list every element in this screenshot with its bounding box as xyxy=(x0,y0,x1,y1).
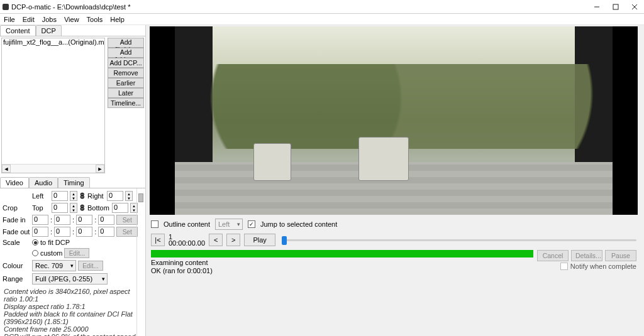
crop-left-spinner[interactable]: ▲▼ xyxy=(70,191,77,201)
tab-audio[interactable]: Audio xyxy=(29,177,58,188)
fade-out-s[interactable]: 0 xyxy=(76,227,92,237)
link-icon[interactable]: 𝟠 xyxy=(79,203,86,212)
scale-edit-button[interactable]: Edit... xyxy=(64,248,89,258)
notify-checkbox[interactable] xyxy=(560,263,568,270)
fade-out-f[interactable]: 0 xyxy=(98,227,114,237)
crop-bottom-input[interactable]: 0 xyxy=(112,203,128,213)
maximize-button[interactable] xyxy=(606,0,625,14)
crop-top-label: Top xyxy=(32,204,50,212)
window-controls xyxy=(587,0,644,14)
timeline-slider[interactable] xyxy=(282,234,636,246)
menu-file[interactable]: File xyxy=(4,16,15,23)
menu-view[interactable]: View xyxy=(64,16,79,23)
earlier-button[interactable]: Earlier xyxy=(108,78,144,88)
close-button[interactable] xyxy=(625,0,644,14)
progress-line2: OK (ran for 0:00:01) xyxy=(151,267,533,275)
props-vscroll[interactable] xyxy=(136,188,145,336)
fade-in-set[interactable]: Set xyxy=(116,215,138,225)
window-title: DCP-o-matic - E:\Downloads\dcp\test * xyxy=(11,3,131,11)
left-panel: Content DCP fujifilm_xt2_flog__a...(Orig… xyxy=(0,25,146,336)
jump-checkbox[interactable]: ✓ xyxy=(248,220,255,228)
fade-in-h[interactable]: 0 xyxy=(32,215,48,225)
tab-timing[interactable]: Timing xyxy=(58,177,90,188)
prev-frame-button[interactable]: < xyxy=(209,234,223,246)
outline-checkbox[interactable] xyxy=(151,220,158,228)
fade-in-m[interactable]: 0 xyxy=(54,215,70,225)
tab-video[interactable]: Video xyxy=(0,177,29,188)
pause-button[interactable]: Pause xyxy=(605,250,636,261)
menu-tools[interactable]: Tools xyxy=(87,16,103,23)
crop-right-input[interactable]: 0 xyxy=(107,191,123,201)
add-dcp-button[interactable]: Add DCP... xyxy=(108,58,144,68)
content-buttons: Add file(s)... Add folder... Add DCP... … xyxy=(106,36,145,175)
details-button[interactable]: Details... xyxy=(571,250,602,261)
minimize-button[interactable] xyxy=(587,0,606,14)
content-hscroll[interactable]: ◄ ► xyxy=(2,164,104,173)
outline-label: Outline content xyxy=(164,220,210,228)
timeline-button[interactable]: Timeline... xyxy=(108,98,144,108)
notify-label: Notify when complete xyxy=(570,263,636,270)
crop-left-label: Left xyxy=(32,192,50,200)
fade-out-h[interactable]: 0 xyxy=(32,227,48,237)
crop-bottom-label: Bottom xyxy=(87,204,110,212)
scroll-right-icon[interactable]: ► xyxy=(96,165,104,173)
crop-top-input[interactable]: 0 xyxy=(52,203,68,213)
later-button[interactable]: Later xyxy=(108,88,144,98)
fade-in-s[interactable]: 0 xyxy=(76,215,92,225)
menu-help[interactable]: Help xyxy=(110,16,125,23)
content-item[interactable]: fujifilm_xt2_flog__a...(Original).mov [m… xyxy=(2,38,104,46)
video-properties: Left 0 ▲▼ 𝟠 Right 0 ▲▼ Crop Top 0 ▲▼ 𝟠 B… xyxy=(0,188,145,336)
right-panel: Outline content Left ✓ Jump to selected … xyxy=(146,25,644,336)
titlebar: DCP-o-matic - E:\Downloads\dcp\test * xyxy=(0,0,644,14)
crop-right-label: Right xyxy=(87,192,105,200)
top-tabs: Content DCP xyxy=(0,25,145,36)
app-icon xyxy=(3,4,9,10)
progress-bar xyxy=(151,250,533,257)
tab-content[interactable]: Content xyxy=(0,25,36,36)
scale-fit-radio[interactable] xyxy=(32,239,38,246)
fade-out-label: Fade out xyxy=(3,228,30,236)
content-list[interactable]: fujifilm_xt2_flog__a...(Original).mov [m… xyxy=(1,38,105,173)
outline-side-select[interactable]: Left xyxy=(215,219,243,230)
menubar: File Edit Jobs View Tools Help xyxy=(0,14,644,25)
scale-label: Scale xyxy=(3,239,30,246)
svg-rect-1 xyxy=(613,4,618,9)
fade-in-f[interactable]: 0 xyxy=(98,215,114,225)
colour-select[interactable]: Rec. 709 xyxy=(32,260,76,271)
progress-line1: Examining content xyxy=(151,259,533,267)
crop-left-input[interactable]: 0 xyxy=(52,191,68,201)
video-preview xyxy=(150,26,638,215)
tab-dcp[interactable]: DCP xyxy=(36,25,62,36)
menu-jobs[interactable]: Jobs xyxy=(42,16,57,23)
colour-edit-button[interactable]: Edit... xyxy=(78,261,103,271)
play-button[interactable]: Play xyxy=(244,234,275,246)
link-icon[interactable]: 𝟠 xyxy=(79,192,86,200)
scroll-left-icon[interactable]: ◄ xyxy=(2,165,11,173)
goto-start-button[interactable]: |< xyxy=(151,234,165,246)
cancel-button[interactable]: Cancel xyxy=(537,250,569,261)
remove-button[interactable]: Remove xyxy=(108,68,144,78)
jump-label: Jump to selected content xyxy=(260,220,337,228)
fade-in-label: Fade in xyxy=(3,216,30,224)
scale-fit-label: to fit DCP xyxy=(40,239,70,246)
crop-right-spinner[interactable]: ▲▼ xyxy=(125,191,133,201)
timecode: 1 00:00:00.00 xyxy=(169,234,205,246)
slider-thumb[interactable] xyxy=(282,236,287,245)
menu-edit[interactable]: Edit xyxy=(23,16,35,23)
add-folder-button[interactable]: Add folder... xyxy=(108,48,144,58)
add-files-button[interactable]: Add file(s)... xyxy=(108,38,144,48)
crop-label: Crop xyxy=(3,204,30,212)
next-frame-button[interactable]: > xyxy=(226,234,240,246)
scale-custom-radio[interactable] xyxy=(32,250,38,256)
range-label: Range xyxy=(3,275,30,283)
content-info: Content video is 3840x2160, pixel aspect… xyxy=(3,286,143,336)
crop-top-spinner[interactable]: ▲▼ xyxy=(70,203,77,213)
fade-out-m[interactable]: 0 xyxy=(54,227,70,237)
fade-out-set[interactable]: Set xyxy=(116,227,138,237)
colour-label: Colour xyxy=(3,262,30,269)
range-select[interactable]: Full (JPEG, 0-255) xyxy=(32,273,108,285)
scale-custom-label: custom xyxy=(40,249,62,257)
